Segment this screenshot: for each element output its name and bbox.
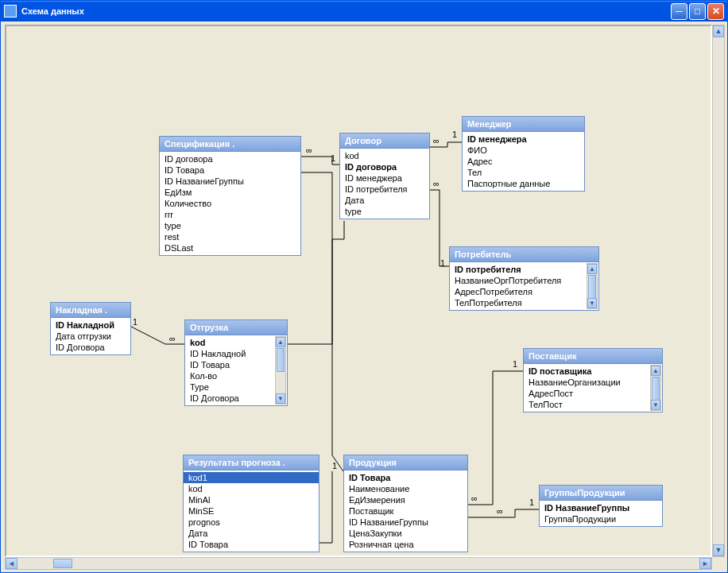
- scroll-left-icon[interactable]: ◄: [6, 558, 17, 569]
- table-spec[interactable]: Спецификация .ID договораID ТовараID Наз…: [159, 136, 301, 256]
- field[interactable]: type: [340, 206, 429, 217]
- scroll-down-icon[interactable]: ▼: [587, 298, 597, 308]
- horizontal-scrollbar[interactable]: ◄ ►: [5, 557, 712, 570]
- field[interactable]: ID Накладной: [51, 319, 130, 331]
- field[interactable]: kod1: [184, 472, 319, 483]
- field[interactable]: ID Товара: [184, 539, 319, 550]
- field[interactable]: ID договора: [340, 161, 429, 172]
- field[interactable]: kod: [184, 483, 319, 494]
- scroll-up-icon[interactable]: ▲: [276, 337, 285, 347]
- field[interactable]: ЦенаЗакупки: [344, 528, 467, 539]
- field[interactable]: ГруппаПродукции: [540, 513, 662, 525]
- field[interactable]: MinSE: [184, 505, 319, 517]
- close-button[interactable]: ✕: [707, 3, 724, 20]
- field[interactable]: Дата: [340, 195, 429, 206]
- table-header[interactable]: Потребитель: [450, 247, 598, 262]
- field[interactable]: АдресПотребителя: [450, 286, 586, 297]
- field[interactable]: АдресПост: [524, 388, 649, 399]
- field[interactable]: Наименование: [344, 483, 467, 494]
- field[interactable]: ID договора: [160, 153, 300, 165]
- field[interactable]: ID НазваниеГруппы: [344, 517, 467, 528]
- field[interactable]: Розничная цена: [344, 539, 467, 550]
- table-scrollbar[interactable]: ▲▼: [650, 365, 661, 411]
- table-rezult[interactable]: Результаты прогноза .kod1kodMinAlMinSEpr…: [183, 455, 319, 552]
- table-product[interactable]: ПродукцияID ТовараНаименованиеЕдИзмерени…: [343, 455, 468, 552]
- scroll-down-icon[interactable]: ▼: [651, 400, 660, 410]
- table-header[interactable]: Результаты прогноза .: [184, 455, 319, 470]
- field[interactable]: ID Договора: [51, 342, 130, 353]
- scroll-thumb[interactable]: [277, 348, 285, 372]
- vertical-scrollbar[interactable]: ▲ ▼: [712, 25, 725, 557]
- field[interactable]: ЕдИзмерения: [344, 494, 467, 505]
- scroll-up-icon[interactable]: ▲: [713, 25, 724, 37]
- field[interactable]: Type: [185, 381, 274, 393]
- field[interactable]: DSLast: [160, 242, 300, 254]
- field[interactable]: НазваниеОргПотребителя: [450, 275, 586, 286]
- table-postavshik[interactable]: ПоставщикID поставщикаНазваниеОрганизаци…: [523, 348, 663, 412]
- field[interactable]: НазваниеОрганизации: [524, 377, 649, 388]
- table-header[interactable]: Накладная .: [51, 303, 130, 318]
- field[interactable]: ID Товара: [344, 472, 467, 483]
- scroll-right-icon[interactable]: ►: [699, 558, 711, 569]
- field[interactable]: ID менеджера: [340, 172, 429, 184]
- table-header[interactable]: Спецификация .: [160, 137, 300, 152]
- field[interactable]: kod: [340, 150, 429, 161]
- field[interactable]: prognos: [184, 517, 319, 528]
- field[interactable]: ID менеджера: [463, 134, 584, 145]
- scroll-thumb[interactable]: [652, 377, 660, 401]
- field[interactable]: rest: [160, 231, 300, 242]
- field[interactable]: ID потребителя: [450, 264, 586, 275]
- field[interactable]: Тел: [463, 167, 584, 178]
- table-otgruzka[interactable]: ОтгрузкаkodID НакладнойID ТовараКол-воTy…: [184, 319, 288, 406]
- relation-cardinality: ∞: [433, 136, 440, 145]
- table-header[interactable]: Продукция: [344, 455, 467, 470]
- table-header[interactable]: Договор: [340, 134, 429, 149]
- field[interactable]: type: [160, 220, 300, 231]
- table-nakladnaya[interactable]: Накладная .ID НакладнойДата отгрузкиID Д…: [50, 302, 131, 355]
- field[interactable]: Дата отгрузки: [51, 331, 130, 342]
- field[interactable]: rrr: [160, 209, 300, 220]
- table-scrollbar[interactable]: ▲▼: [587, 263, 598, 309]
- field[interactable]: ТелПотребителя: [450, 297, 586, 308]
- field[interactable]: Паспортные данные: [463, 178, 584, 189]
- table-header[interactable]: Поставщик: [524, 349, 662, 364]
- field[interactable]: ТелПост: [524, 399, 649, 410]
- maximize-button[interactable]: □: [689, 3, 706, 20]
- table-manager[interactable]: МенеджерID менеджераФИОАдресТелПаспортны…: [462, 116, 585, 192]
- table-potrebitel[interactable]: ПотребительID потребителяНазваниеОргПотр…: [449, 246, 599, 311]
- table-dogovor[interactable]: ДоговорkodID договораID менеджераID потр…: [339, 133, 430, 219]
- hscroll-thumb[interactable]: [53, 559, 72, 568]
- minimize-button[interactable]: ─: [671, 3, 687, 20]
- field[interactable]: Дата: [184, 528, 319, 539]
- field[interactable]: Адрес: [463, 156, 584, 167]
- scroll-up-icon[interactable]: ▲: [587, 264, 597, 274]
- field[interactable]: ID Договора: [185, 393, 274, 404]
- relation-cardinality: 1: [452, 130, 457, 139]
- field[interactable]: ID Товара: [160, 165, 300, 176]
- field[interactable]: Количество: [160, 198, 300, 209]
- field[interactable]: ID НазваниеГруппы: [160, 176, 300, 187]
- field[interactable]: ID Накладной: [185, 348, 274, 359]
- scroll-down-icon[interactable]: ▼: [713, 544, 724, 556]
- titlebar[interactable]: Схема данных ─ □ ✕: [1, 1, 727, 21]
- field[interactable]: ID поставщика: [524, 366, 649, 377]
- field[interactable]: MinAl: [184, 494, 319, 505]
- field[interactable]: ЕдИзм: [160, 187, 300, 198]
- table-gruppy[interactable]: ГруппыПродукцииID НазваниеГруппыГруппаПр…: [539, 485, 663, 527]
- field[interactable]: ID НазваниеГруппы: [540, 502, 662, 513]
- schema-canvas[interactable]: Спецификация .ID договораID ТовараID Наз…: [5, 25, 712, 557]
- field[interactable]: ID Товара: [185, 359, 274, 370]
- scroll-up-icon[interactable]: ▲: [651, 366, 660, 376]
- table-header[interactable]: Отгрузка: [185, 320, 287, 335]
- scroll-down-icon[interactable]: ▼: [276, 393, 285, 404]
- field[interactable]: ID потребителя: [340, 184, 429, 195]
- table-body: ID договораID ТовараID НазваниеГруппыЕдИ…: [160, 152, 300, 255]
- scroll-thumb[interactable]: [588, 275, 596, 299]
- table-header[interactable]: Менеджер: [463, 117, 584, 132]
- table-header[interactable]: ГруппыПродукции: [540, 486, 662, 501]
- field[interactable]: ФИО: [463, 145, 584, 156]
- field[interactable]: kod: [185, 337, 274, 348]
- field[interactable]: Поставщик: [344, 505, 467, 517]
- field[interactable]: Кол-во: [185, 370, 274, 381]
- table-scrollbar[interactable]: ▲▼: [275, 336, 286, 405]
